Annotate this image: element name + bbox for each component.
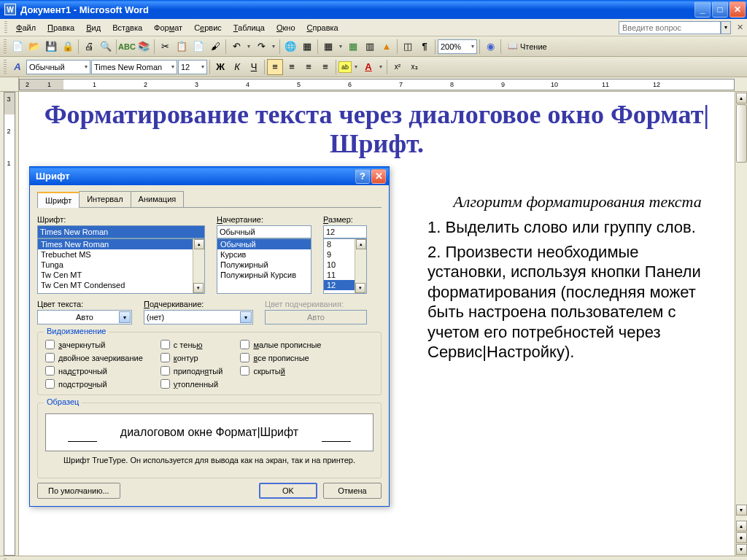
help-button[interactable]: ◉: [482, 39, 498, 55]
titlebar[interactable]: W Документ1 - Microsoft Word _ □ ✕: [0, 0, 747, 19]
undo-button[interactable]: ↶: [228, 39, 244, 55]
list-item[interactable]: Tw Cen MT Condensed: [38, 280, 204, 290]
menu-tools[interactable]: Сервис: [188, 21, 228, 34]
menu-help[interactable]: Справка: [301, 21, 344, 34]
list-item[interactable]: Times New Roman: [38, 239, 204, 249]
menu-window[interactable]: Окно: [271, 21, 301, 34]
align-justify-button[interactable]: ≡: [317, 59, 333, 75]
italic-button[interactable]: К: [229, 59, 245, 75]
docmap-button[interactable]: ◫: [400, 39, 416, 55]
insert-table-button[interactable]: ▦: [320, 39, 336, 55]
check-emboss[interactable]: приподнятый: [160, 366, 223, 376]
tables-borders-button[interactable]: ▦: [299, 39, 315, 55]
list-item[interactable]: Обычный: [217, 239, 311, 249]
horizontal-ruler[interactable]: 2 1 1 2 3 4 5 6 7 8 9 10 11 12: [19, 79, 735, 90]
tab-animation[interactable]: Анимация: [131, 191, 185, 207]
view-print-button[interactable]: ▭: [43, 558, 59, 561]
research-button[interactable]: 📚: [136, 39, 152, 55]
browse-object-icon[interactable]: ●: [736, 532, 747, 543]
superscript-button[interactable]: x²: [390, 59, 406, 75]
chevron-down-icon[interactable]: ▾: [240, 311, 252, 323]
maximize-button[interactable]: □: [712, 1, 728, 18]
font-color-button[interactable]: A: [360, 59, 376, 75]
scroll-down-icon[interactable]: ▾: [355, 283, 365, 293]
style-combo[interactable]: Обычный▾: [26, 60, 90, 74]
prev-page-icon[interactable]: ▴: [736, 521, 747, 532]
cancel-button[interactable]: Отмена: [323, 483, 382, 499]
spellcheck-button[interactable]: ABC: [119, 39, 135, 55]
scroll-up-icon[interactable]: ▴: [194, 239, 204, 249]
check-smallcaps[interactable]: малые прописные: [240, 340, 321, 349]
align-left-button[interactable]: ≡: [267, 59, 283, 75]
grip-icon[interactable]: [4, 39, 7, 54]
font-listbox[interactable]: Times New Roman Trebuchet MS Tunga Tw Ce…: [37, 238, 205, 294]
align-right-button[interactable]: ≡: [301, 59, 317, 75]
highlight-dropdown-icon[interactable]: ▾: [352, 59, 360, 75]
scroll-up-icon[interactable]: ▴: [356, 239, 366, 249]
columns-button[interactable]: ▥: [362, 39, 378, 55]
check-allcaps[interactable]: все прописные: [240, 353, 321, 362]
print-preview-button[interactable]: 🔍: [98, 39, 114, 55]
menu-view[interactable]: Вид: [80, 21, 107, 34]
scroll-down-icon[interactable]: ▾: [193, 283, 204, 293]
menu-edit[interactable]: Правка: [42, 21, 80, 34]
cut-button[interactable]: ✂: [157, 39, 173, 55]
fontcolor-dropdown[interactable]: Авто▾: [37, 310, 132, 324]
list-item[interactable]: Tw Cen MT: [38, 270, 204, 280]
dialog-titlebar[interactable]: Шрифт ? ✕: [30, 167, 389, 185]
drawing-button[interactable]: ▲: [379, 39, 395, 55]
tab-font[interactable]: Шрифт: [37, 192, 80, 208]
fontcolor-dropdown-icon[interactable]: ▾: [377, 59, 384, 75]
vertical-ruler[interactable]: 3 2 1: [0, 92, 19, 556]
open-button[interactable]: 📂: [26, 39, 42, 55]
scroll-up-icon[interactable]: ▴: [736, 93, 747, 104]
styles-pane-button[interactable]: A: [9, 59, 26, 75]
check-subscript[interactable]: подстрочный: [45, 379, 143, 389]
showmarks-button[interactable]: ¶: [417, 39, 433, 55]
view-outline-button[interactable]: ▭: [60, 558, 76, 561]
list-item[interactable]: Курсив: [217, 249, 311, 260]
new-doc-button[interactable]: 📄: [9, 39, 26, 55]
style-input[interactable]: [217, 225, 311, 238]
dialog-close-icon[interactable]: ✕: [371, 169, 386, 184]
fontsize-combo[interactable]: 12▾: [178, 60, 207, 74]
scroll-thumb[interactable]: [736, 104, 747, 163]
save-button[interactable]: 💾: [43, 39, 59, 55]
check-double-strike[interactable]: двойное зачеркивание: [45, 353, 143, 362]
help-dropdown-icon[interactable]: ▾: [721, 21, 731, 34]
style-listbox[interactable]: Обычный Курсив Полужирный Полужирный Кур…: [217, 238, 311, 294]
align-center-button[interactable]: ≡: [284, 59, 300, 75]
tab-spacing[interactable]: Интервал: [79, 191, 131, 207]
undo-dropdown-icon[interactable]: ▾: [245, 39, 252, 55]
view-web-button[interactable]: ▭: [26, 558, 42, 561]
paste-button[interactable]: 📄: [190, 39, 206, 55]
dialog-help-icon[interactable]: ?: [355, 169, 370, 184]
check-engrave[interactable]: утопленный: [160, 379, 223, 389]
underline-dropdown[interactable]: (нет)▾: [144, 310, 253, 324]
grip-icon[interactable]: [4, 21, 7, 34]
minimize-button[interactable]: _: [694, 1, 711, 18]
scroll-down-icon[interactable]: ▾: [736, 505, 747, 516]
menubar-close-icon[interactable]: ✕: [734, 22, 746, 34]
grip-icon[interactable]: [4, 60, 7, 74]
font-input[interactable]: [37, 225, 205, 238]
underline-button[interactable]: Ч: [246, 59, 262, 75]
check-superscript[interactable]: надстрочный: [45, 366, 143, 376]
hyperlink-button[interactable]: 🌐: [282, 39, 298, 55]
vertical-scrollbar[interactable]: ▴ ▾ ▴ ● ▾: [735, 92, 747, 556]
bold-button[interactable]: Ж: [212, 59, 228, 75]
print-button[interactable]: 🖨: [81, 39, 97, 55]
list-item[interactable]: Trebuchet MS: [38, 249, 204, 260]
size-listbox[interactable]: 8 9 10 11 12 ▴▾: [323, 238, 367, 294]
ok-button[interactable]: OK: [259, 483, 317, 499]
view-normal-button[interactable]: ▭: [9, 558, 26, 561]
default-button[interactable]: По умолчанию...: [37, 483, 120, 499]
redo-button[interactable]: ↷: [253, 39, 269, 55]
reading-layout-button[interactable]: 📖 Чтение: [503, 39, 551, 55]
check-strikethrough[interactable]: зачеркнутый: [45, 340, 143, 349]
excel-button[interactable]: ▦: [345, 39, 361, 55]
check-shadow[interactable]: с тенью: [160, 340, 223, 349]
format-painter-button[interactable]: 🖌: [207, 39, 223, 55]
size-input[interactable]: [323, 225, 367, 238]
copy-button[interactable]: 📋: [174, 39, 190, 55]
